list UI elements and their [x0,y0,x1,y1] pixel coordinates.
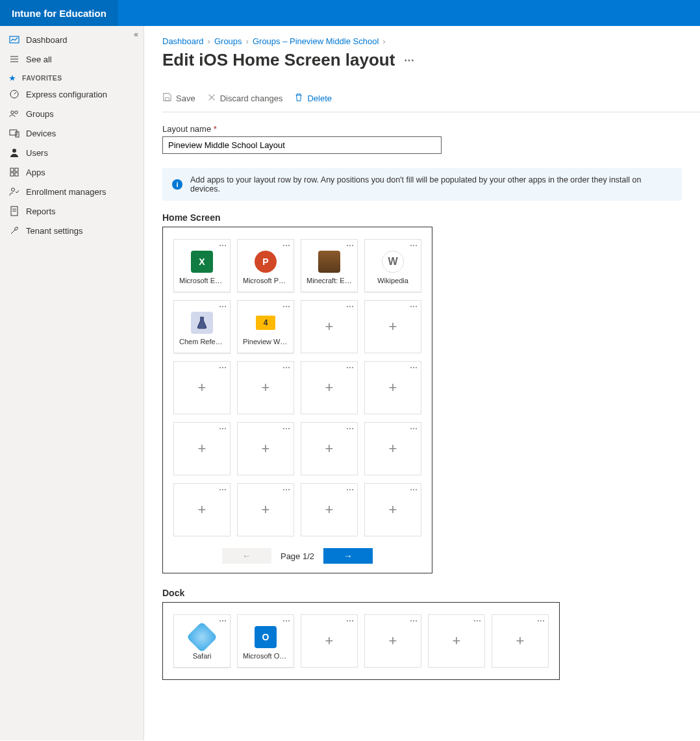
sidebar-item-label: Devices [26,129,56,138]
sidebar-item-tenant-settings[interactable]: Tenant settings [0,221,144,240]
empty-slot[interactable]: ⋯+ [364,422,421,475]
app-slot[interactable]: ⋯XMicrosoft Excel [173,239,231,292]
slot-menu-icon[interactable]: ⋯ [282,241,291,250]
empty-slot[interactable]: ⋯+ [301,300,358,353]
slot-menu-icon[interactable]: ⋯ [219,241,227,250]
breadcrumb-link[interactable]: Dashboard [162,36,204,46]
slot-menu-icon[interactable]: ⋯ [219,485,227,494]
chevron-right-icon: › [208,36,210,46]
slot-menu-icon[interactable]: ⋯ [346,485,355,494]
sidebar-item-express-config[interactable]: Express configuration [0,84,144,104]
empty-slot[interactable]: ⋯+ [428,614,485,668]
slot-menu-icon[interactable]: ⋯ [219,302,227,311]
app-slot[interactable]: ⋯Chem Reference [173,300,231,353]
sidebar-item-users[interactable]: Users [0,143,144,162]
sidebar-item-dashboard[interactable]: Dashboard [0,30,144,49]
plus-icon: + [262,379,270,396]
sidebar-item-see-all[interactable]: See all [0,49,144,69]
slot-menu-icon[interactable]: ⋯ [346,424,355,433]
slot-menu-icon[interactable]: ⋯ [282,302,291,311]
svg-rect-13 [10,173,14,176]
sidebar-item-groups[interactable]: Groups [0,104,144,123]
empty-slot[interactable]: ⋯+ [492,614,549,668]
app-slot[interactable]: ⋯Minecraft: Education Edition [301,239,358,292]
slot-menu-icon[interactable]: ⋯ [282,485,291,494]
empty-slot[interactable]: ⋯+ [364,361,421,414]
slot-menu-icon[interactable]: ⋯ [473,616,482,625]
user-icon [9,147,19,158]
svg-rect-14 [15,173,18,176]
app-slot[interactable]: ⋯4Pineview Web Clips [237,300,294,353]
slot-menu-icon[interactable]: ⋯ [410,302,418,311]
more-icon[interactable]: ⋯ [404,54,415,66]
slot-menu-icon[interactable]: ⋯ [346,616,355,625]
slot-menu-icon[interactable]: ⋯ [410,485,418,494]
app-name-label: Pineview Web Clips [240,338,291,345]
reports-icon [9,206,19,216]
command-bar: Save Discard changes Delete [162,88,700,112]
app-slot[interactable]: ⋯Safari [173,614,231,668]
svg-point-10 [12,149,16,153]
sidebar-item-apps[interactable]: Apps [0,162,144,182]
empty-slot[interactable]: ⋯+ [173,483,231,536]
star-icon: ★ [9,74,16,82]
enrollment-icon [9,186,19,197]
sidebar: « Dashboard See all ★ FAVORITES Express … [0,26,144,740]
slot-menu-icon[interactable]: ⋯ [219,616,227,625]
empty-slot[interactable]: ⋯+ [301,483,358,536]
slot-menu-icon[interactable]: ⋯ [346,302,355,311]
empty-slot[interactable]: ⋯+ [237,483,294,536]
slot-menu-icon[interactable]: ⋯ [410,241,418,250]
empty-slot[interactable]: ⋯+ [173,422,231,475]
empty-slot[interactable]: ⋯+ [364,614,421,668]
plus-icon: + [198,440,206,457]
slot-menu-icon[interactable]: ⋯ [410,616,418,625]
collapse-sidebar-icon[interactable]: « [134,30,138,39]
discard-button[interactable]: Discard changes [207,92,283,104]
sidebar-item-reports[interactable]: Reports [0,201,144,221]
slot-menu-icon[interactable]: ⋯ [219,363,227,372]
empty-slot[interactable]: ⋯+ [364,483,421,536]
breadcrumb-link[interactable]: Groups [214,36,242,46]
svg-rect-11 [10,168,14,171]
mc-app-icon [318,251,340,273]
ppt-app-icon: P [255,251,277,273]
empty-slot[interactable]: ⋯+ [301,614,358,668]
sidebar-item-enrollment[interactable]: Enrollment managers [0,182,144,201]
sidebar-item-devices[interactable]: Devices [0,123,144,143]
app-slot[interactable]: ⋯PMicrosoft PowerPoint [237,239,294,292]
plus-icon: + [325,633,334,649]
svg-rect-12 [15,168,18,171]
app-slot[interactable]: ⋯WWikipedia [364,239,421,292]
empty-slot[interactable]: ⋯+ [173,361,231,414]
slot-menu-icon[interactable]: ⋯ [282,616,291,625]
empty-slot[interactable]: ⋯+ [237,422,294,475]
slot-menu-icon[interactable]: ⋯ [410,363,418,372]
page-next-button[interactable]: → [323,548,373,564]
app-slot[interactable]: ⋯OMicrosoft Outlook [237,614,294,668]
empty-slot[interactable]: ⋯+ [301,361,358,414]
sidebar-item-label: Enrollment managers [26,187,106,197]
save-button[interactable]: Save [162,92,195,104]
empty-slot[interactable]: ⋯+ [364,300,421,353]
page-indicator: Page 1/2 [281,551,314,561]
slot-menu-icon[interactable]: ⋯ [282,424,291,433]
slot-menu-icon[interactable]: ⋯ [219,424,227,433]
delete-button[interactable]: Delete [294,92,332,104]
close-icon [207,93,216,104]
page-prev-button[interactable]: ← [222,548,271,564]
svg-rect-19 [166,97,169,101]
empty-slot[interactable]: ⋯+ [301,422,358,475]
slot-menu-icon[interactable]: ⋯ [537,616,545,625]
layout-name-input[interactable] [162,136,442,154]
chem-app-icon [191,312,213,334]
breadcrumb-link[interactable]: Groups – Pineview Middle School [253,36,379,46]
slot-menu-icon[interactable]: ⋯ [410,424,418,433]
slot-menu-icon[interactable]: ⋯ [346,241,355,250]
app-name-label: Minecraft: Education Edition [304,277,355,284]
slot-menu-icon[interactable]: ⋯ [282,363,291,372]
empty-slot[interactable]: ⋯+ [237,361,294,414]
slot-menu-icon[interactable]: ⋯ [346,363,355,372]
plus-icon: + [389,501,397,518]
sidebar-item-label: Reports [26,207,56,216]
